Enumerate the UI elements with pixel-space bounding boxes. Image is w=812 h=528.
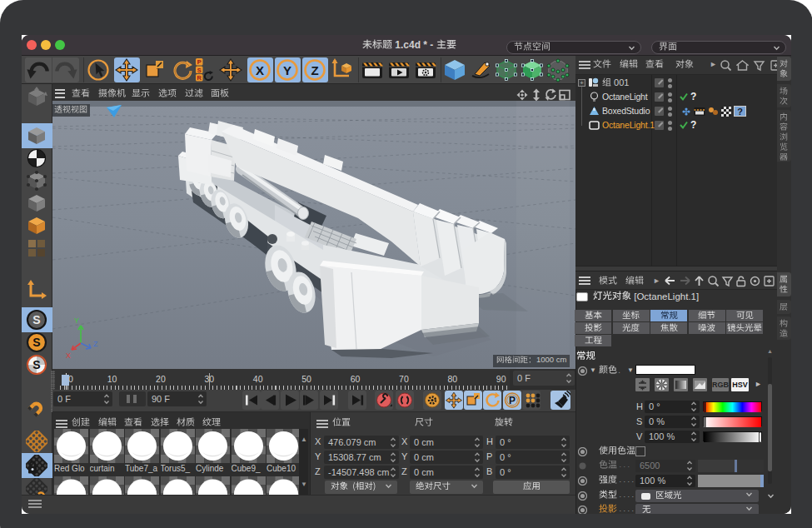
svg-text:Y: Y bbox=[74, 316, 79, 325]
svg-text:Z: Z bbox=[93, 340, 98, 348]
svg-text:S: S bbox=[32, 336, 40, 349]
svg-text:P: P bbox=[197, 58, 202, 66]
svg-text:R: R bbox=[197, 74, 202, 82]
svg-text:S: S bbox=[32, 313, 40, 326]
svg-text:X: X bbox=[66, 351, 71, 360]
svg-text:Y: Y bbox=[283, 63, 291, 77]
svg-text:S: S bbox=[197, 67, 202, 74]
svg-text:Z: Z bbox=[311, 63, 318, 77]
svg-text:S: S bbox=[32, 358, 40, 371]
svg-text:P: P bbox=[508, 395, 515, 406]
svg-text:X: X bbox=[256, 63, 264, 77]
